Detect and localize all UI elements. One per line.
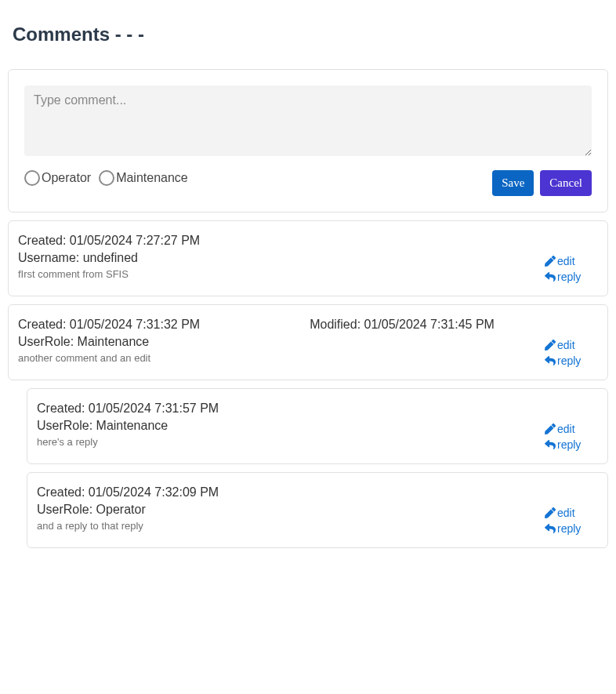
- role-radio-maintenance[interactable]: Maintenance: [99, 170, 188, 186]
- comment-body: another comment and an edit: [18, 352, 545, 364]
- comment-body: here's a reply: [37, 436, 545, 448]
- created-label: Created: 01/05/2024 7:31:57 PM: [37, 402, 219, 416]
- edit-button[interactable]: edit: [545, 339, 575, 351]
- user-line: UserRole: Operator: [37, 503, 545, 517]
- reply-label: reply: [557, 522, 581, 535]
- save-button[interactable]: Save: [492, 170, 534, 196]
- edit-label: edit: [557, 255, 575, 267]
- pencil-icon: [545, 340, 556, 351]
- reply-icon: [545, 355, 556, 366]
- edit-button[interactable]: edit: [545, 255, 575, 267]
- reply-label: reply: [557, 354, 581, 367]
- comment-actions: edit reply: [545, 318, 592, 367]
- reply-label: reply: [557, 438, 581, 451]
- reply-icon: [545, 523, 556, 534]
- role-radio-operator[interactable]: Operator: [24, 170, 91, 186]
- created-label: Created: 01/05/2024 7:32:09 PM: [37, 485, 219, 500]
- role-maintenance-label: Maintenance: [116, 171, 188, 185]
- comment-card: Created: 01/05/2024 7:27:27 PM Username:…: [8, 220, 608, 296]
- compose-card: Operator Maintenance Save Cancel: [8, 69, 608, 213]
- pencil-icon: [545, 423, 556, 434]
- comment-actions: edit reply: [545, 402, 592, 451]
- reply-button[interactable]: reply: [545, 354, 581, 367]
- user-line: UserRole: Maintenance: [37, 419, 545, 433]
- pencil-icon: [545, 507, 556, 518]
- edit-button[interactable]: edit: [545, 507, 575, 519]
- reply-card: Created: 01/05/2024 7:31:57 PM UserRole:…: [27, 388, 608, 464]
- edit-label: edit: [557, 339, 575, 351]
- comment-body: fIrst comment from SFIS: [18, 268, 545, 280]
- created-label: Created: 01/05/2024 7:31:32 PM: [18, 318, 200, 332]
- radio-icon: [99, 170, 114, 186]
- cancel-button[interactable]: Cancel: [540, 170, 592, 196]
- reply-icon: [545, 271, 556, 282]
- reply-label: reply: [557, 271, 581, 283]
- page-title: Comments - - -: [13, 24, 608, 45]
- role-radio-group: Operator Maintenance: [24, 170, 188, 186]
- modified-label: Modified: 01/05/2024 7:31:45 PM: [310, 318, 495, 332]
- comment-textarea[interactable]: [24, 85, 592, 156]
- role-operator-label: Operator: [42, 171, 91, 185]
- edit-button[interactable]: edit: [545, 423, 575, 435]
- radio-icon: [24, 170, 40, 186]
- reply-button[interactable]: reply: [545, 271, 581, 283]
- user-line: UserRole: Maintenance: [18, 335, 545, 349]
- edit-label: edit: [557, 423, 575, 435]
- comment-card: Created: 01/05/2024 7:31:32 PM Modified:…: [8, 304, 608, 380]
- pencil-icon: [545, 256, 556, 267]
- reply-icon: [545, 439, 556, 450]
- reply-button[interactable]: reply: [545, 438, 581, 451]
- comment-actions: edit reply: [545, 234, 592, 283]
- edit-label: edit: [557, 507, 575, 519]
- user-line: Username: undefined: [18, 251, 545, 265]
- reply-button[interactable]: reply: [545, 522, 581, 535]
- comment-actions: edit reply: [545, 485, 592, 535]
- comment-body: and a reply to that reply: [37, 520, 545, 532]
- reply-card: Created: 01/05/2024 7:32:09 PM UserRole:…: [27, 472, 608, 548]
- created-label: Created: 01/05/2024 7:27:27 PM: [18, 234, 200, 248]
